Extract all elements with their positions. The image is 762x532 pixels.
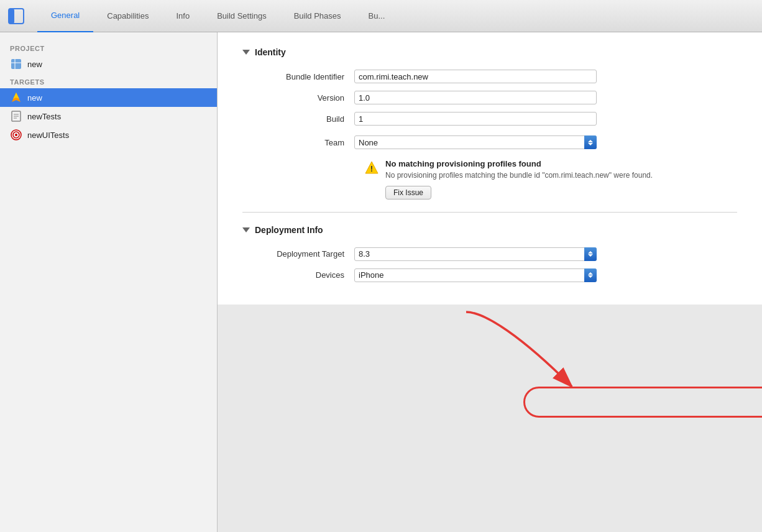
deployment-collapse-toggle[interactable] bbox=[242, 227, 250, 232]
svg-rect-2 bbox=[11, 59, 21, 69]
svg-rect-1 bbox=[9, 9, 14, 24]
identity-section-title: Identity bbox=[255, 47, 286, 57]
target-newtests-name: newTests bbox=[27, 112, 61, 121]
deployment-target-label: Deployment Target bbox=[242, 249, 354, 259]
team-label: Team bbox=[242, 138, 354, 147]
team-select-wrapper: None bbox=[354, 135, 597, 149]
annotation-circle bbox=[523, 387, 762, 418]
devices-label: Devices bbox=[242, 270, 354, 280]
sidebar-item-project-new[interactable]: new bbox=[0, 55, 217, 73]
project-icon bbox=[10, 58, 22, 70]
fix-issue-button[interactable]: Fix Issue bbox=[385, 186, 431, 200]
bundle-identifier-label: Bundle Identifier bbox=[242, 72, 354, 81]
annotation-arrow bbox=[448, 300, 622, 411]
project-section-label: PROJECT bbox=[0, 40, 217, 55]
warning-box: ! No matching provisioning profiles foun… bbox=[364, 159, 737, 200]
target-uitests-icon bbox=[10, 129, 22, 141]
devices-row: Devices iPhone bbox=[242, 268, 737, 282]
sidebar: PROJECT new TARGETS new bbox=[0, 32, 218, 532]
identity-section-header: Identity bbox=[242, 47, 737, 57]
warning-content: No matching provisioning profiles found … bbox=[385, 159, 737, 200]
content-area: Identity Bundle Identifier Version Build… bbox=[218, 32, 762, 305]
devices-select[interactable]: iPhone bbox=[354, 268, 597, 282]
deployment-section-header: Deployment Info bbox=[242, 225, 737, 235]
tab-info[interactable]: Info bbox=[162, 0, 203, 32]
version-row: Version bbox=[242, 91, 737, 104]
sidebar-toggle-icon[interactable] bbox=[7, 7, 25, 25]
tab-build-rules[interactable]: Bu... bbox=[355, 0, 399, 32]
build-input[interactable] bbox=[354, 112, 597, 126]
sidebar-item-target-new[interactable]: new bbox=[0, 88, 217, 107]
main-layout: PROJECT new TARGETS new bbox=[0, 32, 762, 532]
version-label: Version bbox=[242, 93, 354, 103]
version-input[interactable] bbox=[354, 91, 597, 104]
svg-point-13 bbox=[15, 134, 17, 136]
sidebar-item-target-newtests[interactable]: newTests bbox=[0, 107, 217, 126]
titlebar: General Capabilities Info Build Settings… bbox=[0, 0, 762, 32]
team-select[interactable]: None bbox=[354, 135, 597, 149]
project-name: new bbox=[27, 60, 42, 69]
tab-capabilities[interactable]: Capabilities bbox=[93, 0, 162, 32]
build-label: Build bbox=[242, 114, 354, 124]
targets-section-label: TARGETS bbox=[0, 73, 217, 88]
deployment-target-row: Deployment Target 8.3 bbox=[242, 247, 737, 261]
target-app-icon bbox=[10, 91, 22, 104]
bundle-identifier-row: Bundle Identifier bbox=[242, 70, 737, 83]
warning-icon: ! bbox=[364, 160, 379, 175]
target-new-name: new bbox=[27, 93, 42, 103]
tab-general[interactable]: General bbox=[37, 0, 93, 32]
target-newuitests-name: newUITests bbox=[27, 131, 69, 140]
deployment-section-title: Deployment Info bbox=[255, 225, 323, 235]
identity-collapse-toggle[interactable] bbox=[242, 50, 250, 55]
deployment-target-select-wrapper: 8.3 bbox=[354, 247, 597, 261]
build-row: Build bbox=[242, 112, 737, 126]
warning-text: No provisioning profiles matching the bu… bbox=[385, 170, 737, 181]
svg-text:!: ! bbox=[370, 164, 373, 173]
target-tests-icon bbox=[10, 110, 22, 122]
sidebar-item-target-newuitests[interactable]: newUITests bbox=[0, 126, 217, 144]
tab-build-settings[interactable]: Build Settings bbox=[203, 0, 280, 32]
deployment-target-select[interactable]: 8.3 bbox=[354, 247, 597, 261]
tab-build-phases[interactable]: Build Phases bbox=[280, 0, 355, 32]
devices-select-wrapper: iPhone bbox=[354, 268, 597, 282]
bundle-identifier-input[interactable] bbox=[354, 70, 597, 83]
team-row: Team None bbox=[242, 135, 737, 149]
warning-title: No matching provisioning profiles found bbox=[385, 159, 737, 168]
section-divider bbox=[242, 212, 737, 213]
